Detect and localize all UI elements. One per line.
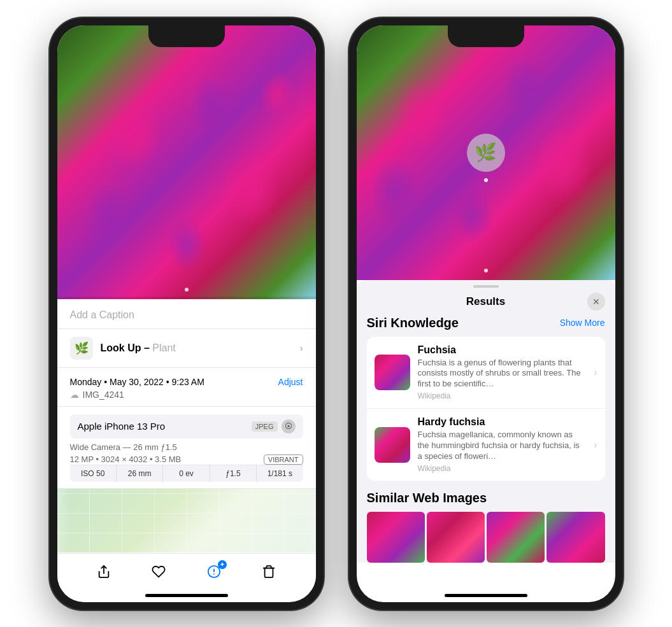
similar-image-3[interactable] — [487, 512, 545, 563]
leaf-icon: 🌿 — [475, 142, 497, 163]
page-indicator-right — [484, 269, 488, 272]
info-button[interactable]: ✦ — [203, 560, 225, 583]
hardy-fuchsia-thumbnail — [375, 427, 410, 463]
device-section: Apple iPhone 13 Pro JPEG ⦿ Wide Camera —… — [57, 407, 316, 489]
lookup-dot — [484, 178, 488, 182]
left-phone-screen: Add a Caption 🌿 Look Up – Plant › Monday… — [57, 25, 316, 602]
device-name: Apple iPhone 13 Pro — [78, 421, 166, 432]
notch — [148, 25, 225, 47]
show-more-button[interactable]: Show More — [560, 318, 605, 328]
fuchsia-source: Wikipedia — [418, 391, 587, 400]
hardy-fuchsia-source: Wikipedia — [418, 464, 587, 473]
format-badge: JPEG — [252, 421, 278, 432]
exif-focal: 26 mm — [117, 465, 163, 482]
lookup-label: Look Up – Plant — [101, 342, 176, 354]
hardy-fuchsia-info: Hardy fuchsia Fuchsia magellanica, commo… — [418, 416, 587, 473]
filename: IMG_4241 — [83, 390, 124, 400]
delete-button[interactable] — [257, 560, 280, 583]
exif-row: ISO 50 26 mm 0 ev ƒ1.5 1/181 s — [70, 465, 303, 482]
exif-ev: 0 ev — [163, 465, 210, 482]
similar-image-1[interactable] — [367, 512, 425, 563]
favorite-button[interactable] — [147, 560, 170, 583]
caption-area[interactable]: Add a Caption — [57, 299, 316, 329]
exif-iso: ISO 50 — [70, 465, 117, 482]
fuchsia-name: Fuchsia — [418, 344, 587, 356]
caption-placeholder[interactable]: Add a Caption — [70, 309, 134, 320]
left-phone-content: Add a Caption 🌿 Look Up – Plant › Monday… — [57, 25, 316, 553]
file-details: 12 MP • 3024 × 4032 • 3.5 MB — [70, 454, 182, 464]
hardy-fuchsia-item[interactable]: Hardy fuchsia Fuchsia magellanica, commo… — [367, 409, 605, 481]
similar-image-2[interactable] — [427, 512, 485, 563]
page-indicator — [185, 288, 189, 292]
left-phone: Add a Caption 🌿 Look Up – Plant › Monday… — [50, 18, 324, 610]
style-badge: VIBRANT — [264, 454, 303, 465]
lookup-row[interactable]: 🌿 Look Up – Plant › — [57, 329, 316, 368]
sheet-handle — [473, 285, 499, 288]
hardy-fuchsia-chevron: › — [594, 439, 597, 451]
share-button[interactable] — [92, 560, 115, 583]
right-phone-screen: 🌿 Results ✕ Siri Knowledge Show More — [357, 25, 615, 602]
date-info: Monday • May 30, 2022 • 9:23 AM — [70, 377, 204, 387]
right-photo-view[interactable]: 🌿 — [357, 25, 615, 280]
right-phone-content: 🌿 Results ✕ Siri Knowledge Show More — [357, 25, 615, 563]
similar-images-grid — [367, 512, 605, 563]
fuchsia-desc: Fuchsia is a genus of flowering plants t… — [418, 358, 587, 390]
home-indicator-right — [445, 594, 527, 597]
camera-details: Wide Camera — 26 mm ƒ1.5 — [70, 442, 303, 452]
home-indicator — [145, 594, 228, 597]
meta-section: Monday • May 30, 2022 • 9:23 AM Adjust ☁… — [57, 368, 316, 407]
chevron-right-icon: › — [300, 343, 303, 353]
hardy-fuchsia-desc: Fuchsia magellanica, commonly known as t… — [418, 430, 587, 462]
visual-lookup-icon: 🌿 — [70, 337, 93, 360]
map-preview[interactable] — [57, 489, 316, 553]
hardy-fuchsia-name: Hardy fuchsia — [418, 416, 587, 428]
right-phone: 🌿 Results ✕ Siri Knowledge Show More — [349, 18, 623, 610]
photo-view[interactable] — [57, 25, 316, 299]
device-row: Apple iPhone 13 Pro JPEG ⦿ — [70, 414, 303, 439]
cloud-icon: ☁ — [70, 390, 79, 400]
lens-icon: ⦿ — [282, 419, 296, 433]
fuchsia-thumbnail — [375, 355, 410, 390]
notch-right — [448, 25, 524, 47]
toolbar: ✦ — [57, 553, 316, 589]
results-content: Siri Knowledge Show More Fuchsia Fuchsia… — [357, 316, 615, 563]
info-badge: ✦ — [218, 560, 227, 569]
results-title: Results — [466, 295, 505, 308]
fuchsia-info: Fuchsia Fuchsia is a genus of flowering … — [418, 344, 587, 401]
similar-section: Similar Web Images — [367, 491, 605, 563]
fuchsia-chevron: › — [594, 367, 597, 378]
siri-knowledge-title: Siri Knowledge — [367, 316, 459, 330]
similar-image-4[interactable] — [547, 512, 604, 563]
exif-aperture: ƒ1.5 — [210, 465, 257, 482]
visual-lookup-button[interactable]: 🌿 — [467, 134, 505, 172]
results-sheet: Results ✕ Siri Knowledge Show More — [357, 280, 615, 563]
knowledge-card: Fuchsia Fuchsia is a genus of flowering … — [367, 337, 605, 481]
siri-knowledge-header: Siri Knowledge Show More — [367, 316, 605, 330]
exif-shutter: 1/181 s — [257, 465, 303, 482]
adjust-button[interactable]: Adjust — [278, 377, 303, 387]
fuchsia-item[interactable]: Fuchsia Fuchsia is a genus of flowering … — [367, 337, 605, 409]
results-header: Results ✕ — [357, 293, 615, 316]
similar-title: Similar Web Images — [367, 491, 605, 505]
close-button[interactable]: ✕ — [587, 293, 605, 311]
